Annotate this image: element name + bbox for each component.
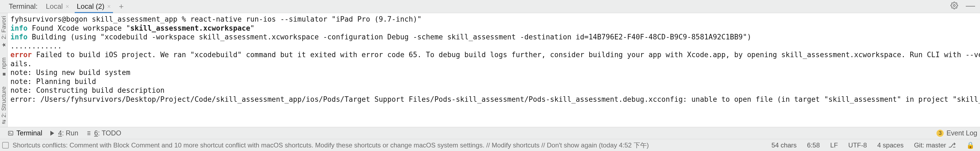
console-text: " <box>250 24 255 32</box>
svg-point-0 <box>953 5 955 6</box>
list-icon <box>85 130 91 136</box>
console-line: note: Constructing build description <box>10 86 165 94</box>
log-level-info: info <box>10 24 28 32</box>
npm-icon: ■ <box>1 71 7 78</box>
console-text: Found Xcode workspace " <box>28 24 130 32</box>
tab-mnemonic: 4 <box>58 129 62 137</box>
toggle-tool-windows-button[interactable] <box>2 142 9 149</box>
status-indent[interactable]: 4 spaces <box>874 141 907 149</box>
terminal-panel-title: Terminal: <box>8 0 42 13</box>
status-git-branch[interactable]: Git: master ⎇ <box>911 141 959 149</box>
status-chars: 54 chars <box>768 141 800 149</box>
gear-icon <box>950 2 958 11</box>
tool-label: npm <box>0 57 7 69</box>
svg-rect-1 <box>8 131 13 135</box>
bottom-tool-tabs: Terminal 4: Run 6: TODO 3 Event Log <box>0 127 980 139</box>
log-level-error: error <box>10 51 32 59</box>
tab-label: : Run <box>62 129 78 137</box>
status-time: 6:58 <box>804 141 823 149</box>
terminal-output[interactable]: fyhsurvivors@bogon skill_assessment_app … <box>8 13 980 127</box>
tab-todo[interactable]: 6: TODO <box>85 129 121 137</box>
close-icon[interactable]: × <box>66 3 69 10</box>
terminal-tab-bar: Terminal: Local × Local (2) × + — <box>0 0 980 13</box>
add-tab-button[interactable]: + <box>115 0 128 13</box>
console-line: note: Using new build system <box>10 68 130 76</box>
tab-label: Terminal <box>16 129 42 137</box>
lock-icon: 🔒 <box>966 141 975 149</box>
tool-label: 2: Structure <box>0 86 7 118</box>
status-bar: Shortcuts conflicts: Comment with Block … <box>0 139 980 151</box>
tab-label: Local <box>46 2 63 11</box>
branch-icon: ⎇ <box>948 141 956 149</box>
play-icon <box>49 130 55 136</box>
minimize-icon: — <box>966 1 975 9</box>
console-text: Failed to build iOS project. We ran "xco… <box>32 51 980 59</box>
console-text: Building (using "xcodebuild -workspace s… <box>28 33 751 41</box>
status-message[interactable]: Shortcuts conflicts: Comment with Block … <box>13 141 649 149</box>
status-encoding[interactable]: UTF-8 <box>845 141 870 149</box>
tool-structure[interactable]: ⇵ 2: Structure <box>0 86 7 124</box>
event-badge: 3 <box>937 130 943 137</box>
terminal-icon <box>8 130 14 136</box>
tab-label: Local (2) <box>77 2 105 11</box>
git-label: Git: master <box>914 141 946 149</box>
console-line: ............ <box>10 42 62 50</box>
tab-terminal[interactable]: Terminal <box>8 129 42 137</box>
tab-label: : TODO <box>98 129 121 137</box>
readonly-indicator[interactable]: 🔒 <box>963 141 978 149</box>
tab-run[interactable]: 4: Run <box>49 129 78 137</box>
log-level-info: info <box>10 33 28 41</box>
settings-button[interactable] <box>947 0 962 13</box>
close-icon[interactable]: × <box>107 3 111 10</box>
tool-favorites[interactable]: ★ 2: Favori <box>0 16 7 48</box>
console-line: fyhsurvivors@bogon skill_assessment_app … <box>10 15 422 23</box>
tab-mnemonic: 6 <box>94 129 98 137</box>
structure-icon: ⇵ <box>2 119 6 126</box>
terminal-tab-local[interactable]: Local × <box>42 0 73 13</box>
console-line: error: /Users/fyhsurvivors/Desktop/Proje… <box>10 95 980 103</box>
workspace-name: skill_assessment.xcworkspace <box>130 24 250 32</box>
tool-label: 2: Favori <box>0 16 7 40</box>
hide-panel-button[interactable]: — <box>962 0 980 13</box>
terminal-main-area: ★ 2: Favori ■ npm ⇵ 2: Structure fyhsurv… <box>0 13 980 127</box>
star-icon: ★ <box>0 41 7 48</box>
left-tool-gutter: ★ 2: Favori ■ npm ⇵ 2: Structure <box>0 13 8 127</box>
event-log-button[interactable]: 3 Event Log <box>937 129 977 137</box>
status-line-separator[interactable]: LF <box>827 141 841 149</box>
terminal-tab-local-2[interactable]: Local (2) × <box>73 0 115 13</box>
console-line: note: Planning build <box>10 78 96 86</box>
event-log-label: Event Log <box>947 129 977 137</box>
tool-npm[interactable]: ■ npm <box>0 57 7 78</box>
console-line: ails. <box>10 60 32 68</box>
